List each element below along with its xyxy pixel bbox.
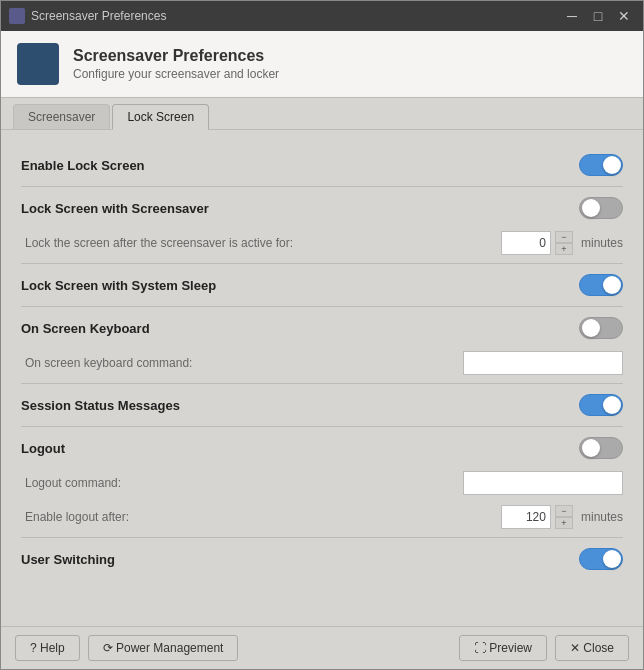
lock-after-decrement[interactable]: − <box>555 231 573 243</box>
enable-lock-screen-row: Enable Lock Screen <box>21 146 623 184</box>
keyboard-cmd-input[interactable] <box>463 351 623 375</box>
logout-toggle[interactable] <box>579 437 623 459</box>
enable-lock-screen-toggle[interactable] <box>579 154 623 176</box>
tabs-bar: Screensaver Lock Screen <box>1 98 643 130</box>
help-button[interactable]: ? Help <box>15 635 80 661</box>
minimize-button[interactable]: ─ <box>561 5 583 27</box>
lock-screensaver-row: Lock Screen with Screensaver <box>21 189 623 227</box>
lock-sleep-knob <box>603 276 621 294</box>
keyboard-cmd-label: On screen keyboard command: <box>21 356 192 370</box>
keyboard-cmd-row: On screen keyboard command: <box>21 347 623 381</box>
logout-knob <box>582 439 600 457</box>
on-screen-keyboard-toggle[interactable] <box>579 317 623 339</box>
lock-screensaver-knob <box>582 199 600 217</box>
user-switching-row: User Switching <box>21 540 623 578</box>
lock-screensaver-toggle[interactable] <box>579 197 623 219</box>
logout-after-increment[interactable]: + <box>555 517 573 529</box>
tab-lockscreen[interactable]: Lock Screen <box>112 104 209 130</box>
lock-sleep-label: Lock Screen with System Sleep <box>21 278 216 293</box>
lock-screensaver-label: Lock Screen with Screensaver <box>21 201 209 216</box>
window-title: Screensaver Preferences <box>31 9 166 23</box>
lock-sleep-toggle[interactable] <box>579 274 623 296</box>
app-header-icon <box>17 43 59 85</box>
logout-label: Logout <box>21 441 65 456</box>
lock-after-increment[interactable]: + <box>555 243 573 255</box>
logout-after-unit: minutes <box>581 510 623 524</box>
close-button[interactable]: ✕ Close <box>555 635 629 661</box>
power-management-button[interactable]: ⟳ Power Management <box>88 635 239 661</box>
logout-cmd-input[interactable] <box>463 471 623 495</box>
session-status-toggle[interactable] <box>579 394 623 416</box>
app-header-title: Screensaver Preferences <box>73 47 279 65</box>
restore-button[interactable]: □ <box>587 5 609 27</box>
logout-row: Logout <box>21 429 623 467</box>
logout-after-spinner: − + minutes <box>501 505 623 529</box>
session-status-knob <box>603 396 621 414</box>
logout-after-decrement[interactable]: − <box>555 505 573 517</box>
user-switching-label: User Switching <box>21 552 115 567</box>
on-screen-keyboard-label: On Screen Keyboard <box>21 321 150 336</box>
title-bar: Screensaver Preferences ─ □ ✕ <box>1 1 643 31</box>
logout-after-row: Enable logout after: − + minutes <box>21 501 623 535</box>
app-icon <box>9 8 25 24</box>
app-header-subtitle: Configure your screensaver and locker <box>73 67 279 81</box>
tab-screensaver[interactable]: Screensaver <box>13 104 110 129</box>
window-close-button[interactable]: ✕ <box>613 5 635 27</box>
preview-button[interactable]: ⛶ Preview <box>459 635 547 661</box>
lock-after-sub-row: Lock the screen after the screensaver is… <box>21 227 623 261</box>
main-content: Enable Lock Screen Lock Screen with Scre… <box>1 130 643 626</box>
user-switching-knob <box>603 550 621 568</box>
lock-after-label: Lock the screen after the screensaver is… <box>21 236 293 250</box>
enable-lock-screen-label: Enable Lock Screen <box>21 158 145 173</box>
session-status-row: Session Status Messages <box>21 386 623 424</box>
enable-lock-screen-knob <box>603 156 621 174</box>
logout-after-input[interactable] <box>501 505 551 529</box>
lock-after-unit: minutes <box>581 236 623 250</box>
logout-cmd-row: Logout command: <box>21 467 623 501</box>
session-status-label: Session Status Messages <box>21 398 180 413</box>
lock-sleep-row: Lock Screen with System Sleep <box>21 266 623 304</box>
on-screen-keyboard-row: On Screen Keyboard <box>21 309 623 347</box>
user-switching-toggle[interactable] <box>579 548 623 570</box>
logout-after-label: Enable logout after: <box>21 510 129 524</box>
lock-after-spinner: − + minutes <box>501 231 623 255</box>
logout-cmd-label: Logout command: <box>21 476 121 490</box>
app-header: Screensaver Preferences Configure your s… <box>1 31 643 98</box>
lock-after-input[interactable] <box>501 231 551 255</box>
bottom-bar: ? Help ⟳ Power Management ⛶ Preview ✕ Cl… <box>1 626 643 669</box>
on-screen-keyboard-knob <box>582 319 600 337</box>
